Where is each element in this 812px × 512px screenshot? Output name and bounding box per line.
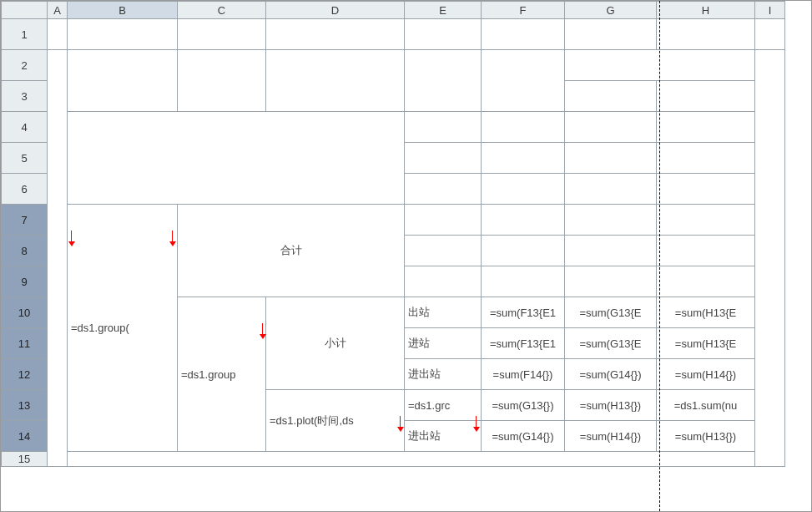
col-header-B[interactable]: B — [68, 2, 178, 19]
cell-E4[interactable]: 出站 — [405, 112, 482, 143]
cell-H9[interactable]: =sum(H12{}) — [657, 266, 755, 297]
cell-B7[interactable]: =ds1.group( — [68, 205, 178, 452]
cell-C10[interactable]: =ds1.group — [178, 297, 266, 452]
cell-C2[interactable]: 车站 — [178, 50, 266, 112]
cell-G9[interactable]: =sum(G12{}) — [565, 266, 657, 297]
cell-B1[interactable] — [68, 19, 178, 50]
cell-G14[interactable]: =sum(H14{}) — [565, 421, 657, 452]
cell-E9[interactable]: 进出站 — [405, 266, 482, 297]
cell-F10[interactable]: =sum(F13{E1 — [482, 297, 565, 328]
cell-F1[interactable] — [482, 19, 565, 50]
cell-H12[interactable]: =sum(H14{}) — [657, 359, 755, 390]
cell-E12[interactable]: 进出站 — [405, 359, 482, 390]
cell-I-block[interactable] — [755, 50, 785, 467]
cell-F4[interactable]: =sum(F7{}) — [482, 112, 565, 143]
cell-E5[interactable]: 进站 — [405, 143, 482, 174]
col-header-G[interactable]: G — [565, 2, 657, 19]
cell-H8[interactable]: =sum(H11{}) — [657, 236, 755, 266]
cell-F12[interactable]: =sum(F14{}) — [482, 359, 565, 390]
col-header-A[interactable]: A — [48, 2, 68, 19]
spreadsheet-grid[interactable]: A B C D E F G H I 1 2 =ds2.count() 车站 时间… — [1, 1, 785, 467]
cell-D10[interactable]: 小计 — [266, 297, 405, 390]
row-header-3[interactable]: 3 — [2, 81, 48, 112]
cell-F7[interactable]: =sum(F10{}) — [482, 205, 565, 236]
cell-F11[interactable]: =sum(F13{E1 — [482, 328, 565, 359]
row-header-15[interactable]: 15 — [2, 452, 48, 467]
row-header-13[interactable]: 13 — [2, 390, 48, 421]
cell-I1[interactable] — [755, 19, 785, 50]
cell-G6[interactable]: =sum(G9{}) — [565, 174, 657, 205]
cell-H1[interactable] — [657, 19, 755, 50]
cell-F9[interactable]: =sum(F12{}) — [482, 266, 565, 297]
row-header-1[interactable]: 1 — [2, 19, 48, 50]
cell-E10[interactable]: 出站 — [405, 297, 482, 328]
cell-E1[interactable] — [405, 19, 482, 50]
row-header-7[interactable]: 7 — [2, 205, 48, 236]
row-header-14[interactable]: 14 — [2, 421, 48, 452]
col-header-C[interactable]: C — [178, 2, 266, 19]
cell-H5[interactable]: =sum(H8{}) — [657, 143, 755, 174]
row-header-9[interactable]: 9 — [2, 266, 48, 297]
cell-G11[interactable]: =sum(G13{E — [565, 328, 657, 359]
cell-row15[interactable] — [68, 452, 755, 467]
row-header-12[interactable]: 12 — [2, 359, 48, 390]
cell-H11[interactable]: =sum(H13{E — [657, 328, 755, 359]
cell-G1[interactable] — [565, 19, 657, 50]
cell-G3[interactable]: 小计 — [565, 81, 657, 112]
cell-H14[interactable]: =sum(H13{}) — [657, 421, 755, 452]
cell-G4[interactable]: =sum(G7{}) — [565, 112, 657, 143]
row-header-11[interactable]: 11 — [2, 328, 48, 359]
cell-C7[interactable]: 合计 — [178, 205, 405, 297]
cell-A-block[interactable] — [48, 50, 68, 467]
cell-H4[interactable]: =sum(H7{}) — [657, 112, 755, 143]
cell-total-label[interactable]: 总计 — [68, 112, 405, 205]
cell-G8[interactable]: =sum(G11{}) — [565, 236, 657, 266]
cell-F13[interactable]: =sum(G13{}) — [482, 390, 565, 421]
cell-F5[interactable]: =sum(F8{}) — [482, 143, 565, 174]
spreadsheet-viewport: A B C D E F G H I 1 2 =ds2.count() 车站 时间… — [0, 0, 812, 512]
cell-G7[interactable]: =sum(G10{}) — [565, 205, 657, 236]
cell-E7[interactable]: 出站 — [405, 205, 482, 236]
cell-E11[interactable]: 进站 — [405, 328, 482, 359]
cell-G12[interactable]: =sum(G14{}) — [565, 359, 657, 390]
cell-F2[interactable]: 合计 — [482, 50, 565, 112]
page-break-line — [659, 1, 660, 511]
cell-D2[interactable]: 时间段 — [266, 50, 405, 112]
cell-D13[interactable]: =ds1.plot(时间,ds — [266, 390, 405, 452]
cell-H3[interactable]: =ds1.group(t — [657, 81, 755, 112]
cell-H6[interactable]: =sum(H9{}) — [657, 174, 755, 205]
col-header-H[interactable]: H — [657, 2, 755, 19]
cell-E6[interactable]: 进出站 — [405, 174, 482, 205]
col-header-E[interactable]: E — [405, 2, 482, 19]
col-header-I[interactable]: I — [755, 2, 785, 19]
cell-A1[interactable] — [48, 19, 68, 50]
cell-F6[interactable]: =sum(F9{}) — [482, 174, 565, 205]
cell-D1[interactable] — [266, 19, 405, 50]
cell-G13[interactable]: =sum(H13{}) — [565, 390, 657, 421]
cell-G5[interactable]: =sum(G8{}) — [565, 143, 657, 174]
col-header-F[interactable]: F — [482, 2, 565, 19]
row-header-10[interactable]: 10 — [2, 297, 48, 328]
cell-G10[interactable]: =sum(G13{E — [565, 297, 657, 328]
select-all-corner[interactable] — [2, 2, 48, 19]
col-header-D[interactable]: D — [266, 2, 405, 19]
cell-E2[interactable]: 进出站 — [405, 50, 482, 112]
cell-E8[interactable]: 进站 — [405, 236, 482, 266]
cell-B2[interactable]: =ds2.count() — [68, 50, 178, 112]
cell-H10[interactable]: =sum(H13{E — [657, 297, 755, 328]
row-header-8[interactable]: 8 — [2, 236, 48, 266]
cell-E13[interactable]: =ds1.grc — [405, 390, 482, 421]
cell-H7[interactable]: =sum(H10{}) — [657, 205, 755, 236]
row-header-2[interactable]: 2 — [2, 50, 48, 81]
row-header-5[interactable]: 5 — [2, 143, 48, 174]
cell-H13[interactable]: =ds1.sum(nu — [657, 390, 755, 421]
row-header-6[interactable]: 6 — [2, 174, 48, 205]
row-header-4[interactable]: 4 — [2, 112, 48, 143]
cell-E14[interactable]: 进出站 — [405, 421, 482, 452]
cell-F8[interactable]: =sum(F11{}) — [482, 236, 565, 266]
cell-C1[interactable] — [178, 19, 266, 50]
cell-F14[interactable]: =sum(G14{}) — [482, 421, 565, 452]
